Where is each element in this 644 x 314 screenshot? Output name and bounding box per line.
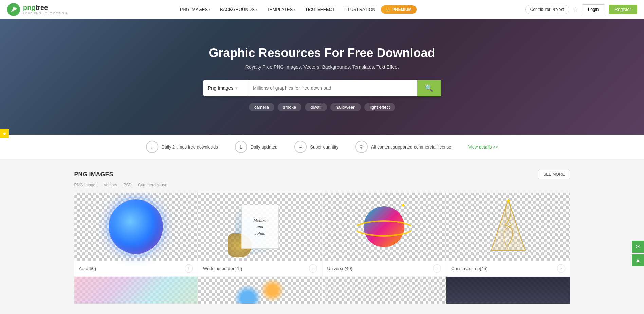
- hero-title: Graphic Resources For Free Download: [209, 46, 435, 60]
- wedding-visual: MonikaandJohan: [235, 199, 286, 254]
- chevron-down-icon: ▾: [256, 8, 257, 11]
- card-universe-label: Universe(40) ›: [323, 261, 446, 276]
- card-wedding[interactable]: MonikaandJohan Wedding border(75) ›: [198, 193, 322, 276]
- logo-tagline: LOVE PNG LOVE DESIGN: [23, 12, 67, 15]
- card-christmas-label: Christmas tree(45) ›: [446, 261, 570, 276]
- png-section-header: PNG IMAGES SEE MORE: [74, 170, 570, 179]
- chevron-down-icon: ▾: [209, 8, 210, 11]
- tag-psd[interactable]: PSD: [121, 182, 132, 187]
- see-more-button[interactable]: SEE MORE: [538, 170, 570, 179]
- christmas-visual: ★: [484, 198, 532, 256]
- aura-visual: [109, 199, 163, 254]
- logo-text: pngtree LOVE PNG LOVE DESIGN: [23, 4, 67, 15]
- view-details-link[interactable]: View details >>: [468, 144, 498, 150]
- main-content: PNG IMAGES SEE MORE PNG Images Vectors P…: [68, 159, 577, 314]
- tag-light-effect[interactable]: light effect: [364, 103, 395, 111]
- float-email-button[interactable]: ✉: [632, 241, 644, 253]
- search-tags: camera smoke diwali halloween light effe…: [249, 103, 395, 111]
- search-bar: Png Images ▾ 🔍: [203, 80, 441, 96]
- tag-commercial[interactable]: Commercial use: [135, 182, 167, 187]
- register-button[interactable]: Register: [609, 5, 637, 14]
- universe-visual: ✦: [357, 199, 411, 254]
- card-aura-label: Aura(50) ›: [74, 261, 198, 276]
- feature-downloads-label: Daily 2 times free downloads: [162, 144, 218, 150]
- png-section-tags: PNG Images Vectors PSD Commercial use: [74, 182, 570, 187]
- search-button[interactable]: 🔍: [417, 80, 441, 96]
- partial-card-2-visual: [198, 277, 322, 304]
- partial-card-4-visual: [446, 277, 570, 304]
- partial-card-1[interactable]: [74, 277, 198, 304]
- card-universe-image: ✦: [323, 193, 446, 261]
- feature-license-label: All content supported commercial license: [371, 144, 451, 150]
- hero-subtitle: Royalty Free PNG Images, Vectors, Backgr…: [245, 64, 399, 70]
- header-right: Contributor Project ☆ Login Register: [525, 4, 637, 14]
- nav-illustration[interactable]: ILLUSTRATION: [340, 4, 380, 15]
- hero-section: Graphic Resources For Free Download Roya…: [0, 19, 644, 135]
- feature-quantity-label: Super quantity: [310, 144, 338, 150]
- card-wedding-arrow[interactable]: ›: [309, 264, 317, 273]
- nav-backgrounds[interactable]: BACKGROUNDS ▾: [216, 4, 261, 15]
- logo[interactable]: pngtree LOVE PNG LOVE DESIGN: [7, 3, 67, 16]
- svg-point-7: [516, 234, 518, 236]
- xmas-star-top: ★: [506, 198, 511, 204]
- search-category-label: Png Images: [208, 85, 234, 91]
- feature-quantity: ≡ Super quantity: [294, 141, 338, 153]
- feature-downloads: ↓ Daily 2 times free downloads: [146, 141, 218, 153]
- sidebar-favorites-button[interactable]: ★: [0, 129, 9, 138]
- card-aura-image: [74, 193, 198, 261]
- tag-vectors[interactable]: Vectors: [102, 182, 117, 187]
- tag-camera[interactable]: camera: [249, 103, 274, 111]
- png-section-title: PNG IMAGES: [74, 171, 113, 178]
- partial-card-3-visual: [323, 277, 446, 304]
- logo-tree: tree: [36, 4, 48, 11]
- quantity-icon: ≡: [294, 141, 307, 153]
- card-aura-arrow[interactable]: ›: [185, 264, 193, 273]
- download-icon: ↓: [146, 141, 158, 153]
- feature-updated: L Daily updated: [235, 141, 278, 153]
- nav-png-images[interactable]: PNG IMAGES ▾: [176, 4, 215, 15]
- svg-point-8: [497, 241, 499, 243]
- christmas-tree-svg: [488, 198, 529, 256]
- arrow-up-icon: ▲: [635, 257, 641, 264]
- login-button[interactable]: Login: [582, 4, 605, 14]
- svg-point-5: [511, 221, 513, 223]
- feature-license: © All content supported commercial licen…: [355, 141, 451, 153]
- tag-halloween[interactable]: halloween: [330, 103, 361, 111]
- star-icon: ★: [2, 131, 7, 136]
- svg-point-1: [13, 7, 16, 10]
- nav-templates[interactable]: TEMPLATES ▾: [263, 4, 299, 15]
- card-universe-arrow[interactable]: ›: [433, 264, 441, 273]
- logo-png: png: [23, 4, 36, 11]
- card-christmas-arrow[interactable]: ›: [557, 264, 565, 273]
- tag-diwali[interactable]: diwali: [305, 103, 327, 111]
- svg-point-9: [517, 245, 519, 246]
- contributor-button[interactable]: Contributor Project: [525, 5, 569, 14]
- search-icon: 🔍: [425, 84, 433, 92]
- card-aura[interactable]: Aura(50) ›: [74, 193, 198, 276]
- partial-card-3[interactable]: [323, 277, 446, 304]
- card-universe[interactable]: ✦ Universe(40) ›: [323, 193, 446, 276]
- license-icon: ©: [355, 141, 368, 153]
- premium-button[interactable]: 👑 PREMIUM: [381, 5, 417, 14]
- card-christmas-image: ★: [446, 193, 570, 261]
- tag-smoke[interactable]: smoke: [278, 103, 301, 111]
- chevron-down-icon: ▾: [235, 85, 238, 91]
- svg-point-2: [357, 221, 411, 236]
- search-category-dropdown[interactable]: Png Images ▾: [203, 80, 247, 96]
- email-icon: ✉: [636, 243, 641, 250]
- float-top-button[interactable]: ▲: [632, 254, 644, 266]
- tag-png-images[interactable]: PNG Images: [74, 182, 98, 187]
- partial-card-2[interactable]: [198, 277, 322, 304]
- chevron-down-icon: ▾: [294, 8, 295, 11]
- card-christmas[interactable]: ★ Christmas tree(45) ›: [446, 193, 570, 276]
- svg-marker-3: [491, 199, 525, 250]
- image-grid-bottom: [74, 277, 570, 304]
- partial-card-4[interactable]: [446, 277, 570, 304]
- main-nav: PNG IMAGES ▾ BACKGROUNDS ▾ TEMPLATES ▾ T…: [67, 4, 525, 15]
- crown-icon: 👑: [386, 7, 391, 12]
- nav-text-effect[interactable]: TEXT EFFECT: [301, 4, 338, 15]
- header: pngtree LOVE PNG LOVE DESIGN PNG IMAGES …: [0, 0, 644, 19]
- favorite-star-button[interactable]: ☆: [573, 6, 578, 13]
- search-input[interactable]: [247, 80, 417, 96]
- card-wedding-label: Wedding border(75) ›: [198, 261, 322, 276]
